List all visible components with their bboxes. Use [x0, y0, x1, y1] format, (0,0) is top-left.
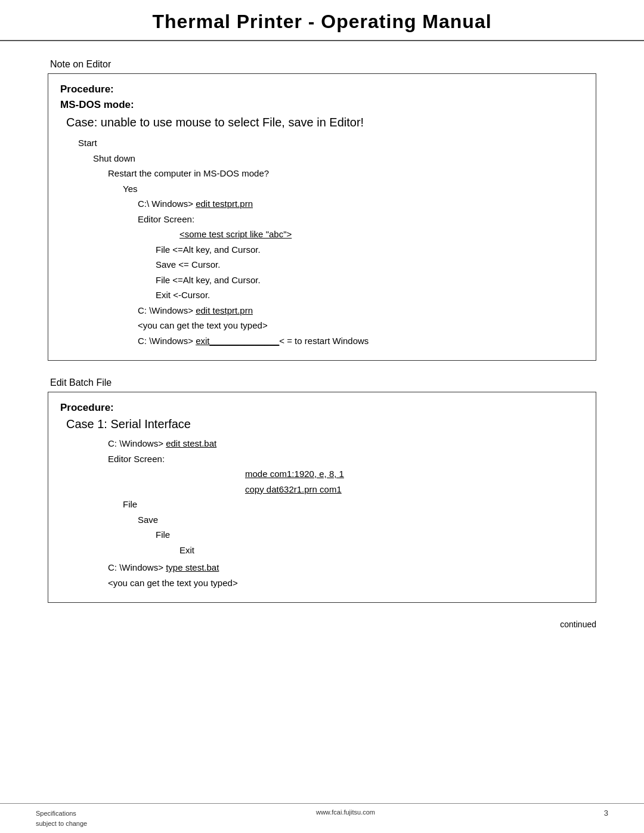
line-shutdown: Shut down — [93, 151, 584, 166]
section1-case-text: Case: unable to use mouse to select File… — [66, 116, 584, 129]
line-file2: File <=Alt key, and Cursor. — [156, 272, 584, 288]
section1-procedure-heading: Procedure: — [60, 83, 584, 95]
line-some-test: <some test script like "abc"> — [179, 227, 584, 242]
s2-line-file2: File — [156, 527, 584, 543]
s2-line-save1: Save — [138, 512, 584, 528]
s2-line-copy: copy dat632r1.prn com1 — [245, 482, 584, 497]
s2-line-you-can: <you can get the text you typed> — [108, 575, 584, 591]
continued-text: continued — [48, 620, 596, 629]
s2-line-mode: mode com1:1920, e, 8, 1 — [245, 466, 584, 482]
line-cmd1: C:\ Windows> edit testprt.prn — [138, 196, 584, 212]
section1-box: Procedure: MS-DOS mode: Case: unable to … — [48, 73, 596, 361]
page-title: Thermal Printer - Operating Manual — [152, 11, 491, 32]
line-cmd3: C: \Windows> exit______________< = to re… — [138, 333, 584, 349]
section1-label: Note on Editor — [50, 59, 596, 70]
line-exit1: Exit <-Cursor. — [156, 287, 584, 303]
s2-line-editor-screen: Editor Screen: — [108, 451, 584, 467]
main-content: Note on Editor Procedure: MS-DOS mode: C… — [0, 41, 644, 803]
section2-case-text: Case 1: Serial Interface — [66, 417, 584, 431]
line-file1: File <=Alt key, and Cursor. — [156, 242, 584, 258]
line-cmd2: C: \Windows> edit testprt.prn — [138, 303, 584, 318]
line-save1: Save <= Cursor. — [156, 257, 584, 272]
section2-box: Procedure: Case 1: Serial Interface C: \… — [48, 392, 596, 603]
section2-label: Edit Batch File — [50, 377, 596, 388]
line-editor-screen: Editor Screen: — [138, 212, 584, 227]
s2-line-file1: File — [123, 497, 584, 512]
section2-procedure-heading: Procedure: — [60, 402, 584, 414]
s2-line-cmd2: C: \Windows> type stest.bat — [108, 560, 584, 575]
line-yes: Yes — [123, 181, 584, 197]
footer-page: 3 — [604, 809, 608, 817]
section1-msdos-heading: MS-DOS mode: — [60, 99, 584, 111]
s2-line-exit1: Exit — [179, 543, 584, 558]
line-start: Start — [78, 135, 584, 151]
page-container: Thermal Printer - Operating Manual Note … — [0, 0, 644, 833]
line-you-can1: <you can get the text you typed> — [138, 318, 584, 333]
s2-line-cmd1: C: \Windows> edit stest.bat — [108, 436, 584, 451]
footer-center: www.fcai.fujitsu.com — [316, 809, 375, 816]
footer-left: Specifications subject to change — [36, 809, 87, 828]
page-header: Thermal Printer - Operating Manual — [0, 0, 644, 41]
page-footer: Specifications subject to change www.fca… — [0, 803, 644, 833]
line-restart: Restart the computer in MS-DOS mode? — [108, 166, 584, 181]
